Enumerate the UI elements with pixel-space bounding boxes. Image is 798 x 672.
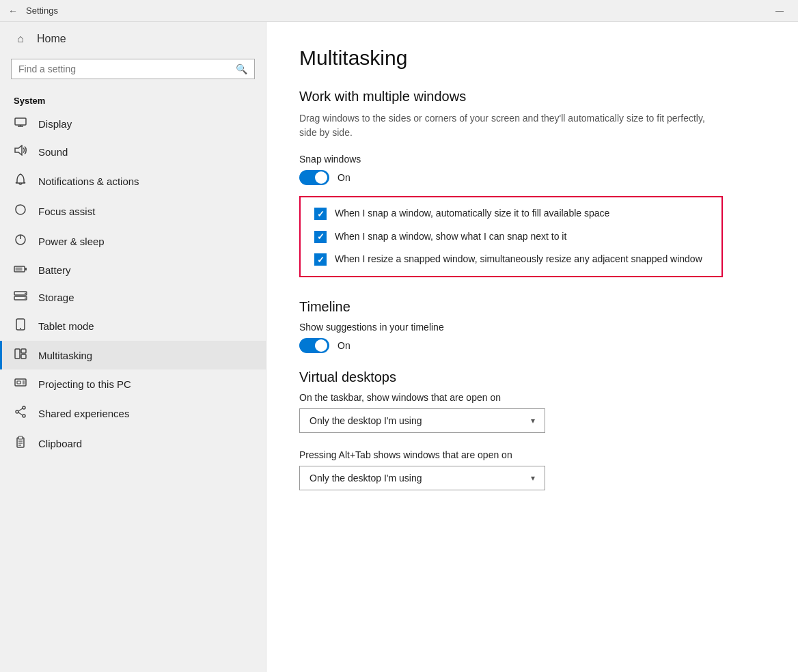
shared-icon [14, 406, 27, 421]
sidebar-label-sound: Sound [38, 146, 68, 158]
svg-rect-17 [21, 354, 26, 359]
sidebar-item-tablet[interactable]: Tablet mode [0, 311, 266, 341]
svg-rect-0 [15, 118, 26, 125]
dropdown1-chevron: ▾ [531, 416, 535, 425]
power-icon [14, 234, 27, 249]
checkbox-item-3: When I resize a snapped window, simultan… [314, 253, 708, 266]
sidebar-label-notifications: Notifications & actions [38, 176, 139, 187]
battery-icon [14, 264, 27, 276]
search-input[interactable] [18, 64, 230, 74]
svg-marker-3 [15, 145, 22, 155]
checkbox-label-1: When I snap a window, automatically size… [335, 207, 609, 221]
dropdown2-chevron: ▾ [531, 473, 535, 483]
svg-point-12 [25, 298, 26, 299]
sidebar-search-box: 🔍 [11, 59, 255, 79]
app-container: ⌂ Home 🔍 System Display Sound [0, 22, 798, 672]
page-title: Multitasking [299, 46, 765, 70]
checkbox-2[interactable] [314, 231, 327, 243]
checkbox-3[interactable] [314, 253, 327, 266]
display-icon [14, 117, 27, 130]
svg-rect-7 [25, 268, 27, 270]
sidebar-home[interactable]: ⌂ Home [0, 22, 266, 56]
sidebar-label-display: Display [38, 118, 72, 130]
snap-windows-label: Snap windows [299, 154, 765, 165]
svg-line-27 [18, 412, 23, 415]
clipboard-icon [14, 436, 27, 451]
focus-icon [14, 204, 27, 219]
sidebar-label-storage: Storage [38, 292, 74, 303]
sidebar-label-clipboard: Clipboard [38, 438, 82, 449]
checkbox-1[interactable] [314, 208, 327, 220]
section1-description: Drag windows to the sides or corners of … [299, 111, 723, 140]
dropdown2[interactable]: Only the desktop I'm using ▾ [299, 466, 545, 490]
dropdown2-value: Only the desktop I'm using [309, 473, 422, 484]
suggestions-toggle[interactable] [299, 338, 329, 353]
sidebar-label-projecting: Projecting to this PC [38, 378, 131, 390]
minimize-button[interactable]: — [769, 6, 790, 16]
sidebar-label-tablet: Tablet mode [38, 320, 94, 332]
dropdown2-label: Pressing Alt+Tab shows windows that are … [299, 449, 765, 460]
sidebar-item-projecting[interactable]: Projecting to this PC [0, 369, 266, 398]
sidebar-label-battery: Battery [38, 264, 71, 276]
tablet-icon [14, 318, 27, 333]
dropdown1-label: On the taskbar, show windows that are op… [299, 392, 765, 403]
sidebar-label-multitasking: Multitasking [38, 350, 92, 361]
svg-rect-16 [21, 349, 26, 353]
checkbox-item-1: When I snap a window, automatically size… [314, 207, 708, 221]
storage-icon [14, 291, 27, 303]
sidebar-label-power: Power & sleep [38, 236, 105, 247]
projecting-icon [14, 377, 27, 391]
section1-title: Work with multiple windows [299, 89, 765, 104]
sidebar-label-shared: Shared experiences [38, 408, 129, 419]
sidebar-item-storage[interactable]: Storage [0, 283, 266, 311]
svg-rect-19 [17, 381, 20, 384]
sidebar-item-power[interactable]: Power & sleep [0, 226, 266, 256]
checkbox-item-2: When I snap a window, show what I can sn… [314, 230, 708, 244]
svg-rect-15 [15, 349, 20, 359]
svg-line-26 [18, 408, 23, 411]
titlebar-title: Settings [26, 5, 58, 16]
svg-point-14 [20, 328, 21, 329]
snap-toggle[interactable] [299, 170, 329, 185]
sidebar: ⌂ Home 🔍 System Display Sound [0, 22, 266, 672]
sidebar-item-multitasking[interactable]: Multitasking [0, 341, 266, 369]
svg-point-24 [16, 410, 18, 413]
notifications-icon [14, 173, 27, 188]
sidebar-home-label: Home [37, 33, 66, 45]
snap-options-group: When I snap a window, automatically size… [299, 196, 723, 277]
back-button[interactable]: ← [8, 5, 18, 16]
sidebar-item-display[interactable]: Display [0, 110, 266, 137]
sidebar-item-shared[interactable]: Shared experiences [0, 398, 266, 428]
dropdown1-value: Only the desktop I'm using [309, 415, 422, 426]
sidebar-item-focus[interactable]: Focus assist [0, 196, 266, 226]
svg-point-11 [25, 293, 26, 294]
snap-toggle-status: On [338, 172, 350, 183]
sidebar-item-battery[interactable]: Battery [0, 256, 266, 283]
checkbox-label-2: When I snap a window, show what I can sn… [335, 230, 566, 244]
svg-rect-8 [16, 268, 23, 271]
system-section-label: System [0, 90, 266, 110]
suggestions-toggle-row: On [299, 338, 765, 353]
dropdown1[interactable]: Only the desktop I'm using ▾ [299, 408, 545, 433]
section3-title: Virtual desktops [299, 369, 765, 385]
suggestions-toggle-status: On [338, 340, 350, 351]
sidebar-item-sound[interactable]: Sound [0, 137, 266, 166]
sidebar-item-clipboard[interactable]: Clipboard [0, 428, 266, 458]
search-icon: 🔍 [236, 64, 247, 74]
section2-title: Timeline [299, 299, 765, 315]
svg-rect-29 [18, 436, 23, 439]
content-area: Multitasking Work with multiple windows … [266, 22, 798, 672]
suggestions-label: Show suggestions in your timeline [299, 322, 765, 333]
multitasking-icon [14, 348, 27, 362]
sound-icon [14, 145, 27, 158]
checkbox-label-3: When I resize a snapped window, simultan… [335, 253, 702, 266]
svg-point-23 [23, 406, 25, 409]
titlebar: ← Settings — [0, 0, 798, 22]
home-icon: ⌂ [14, 33, 27, 45]
svg-point-25 [23, 415, 25, 417]
sidebar-item-notifications[interactable]: Notifications & actions [0, 166, 266, 196]
snap-toggle-row: On [299, 170, 765, 185]
sidebar-label-focus: Focus assist [38, 206, 95, 217]
